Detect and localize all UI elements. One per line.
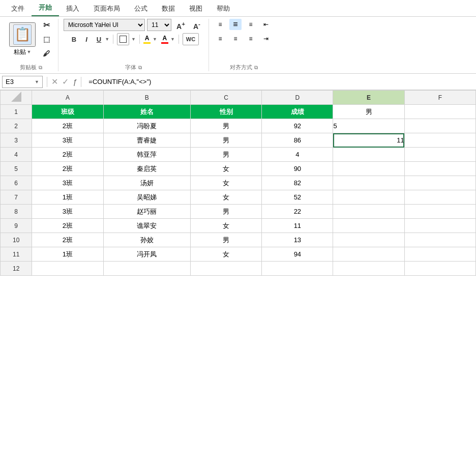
cell-E10[interactable] <box>333 233 404 247</box>
cell-C2[interactable]: 男 <box>190 119 261 133</box>
row-header-2[interactable]: 2 <box>1 119 32 133</box>
cell-D3[interactable]: 86 <box>262 133 333 148</box>
cell-B3[interactable]: 曹睿婕 <box>103 133 190 148</box>
font-expand-icon[interactable]: ⧉ <box>138 65 142 71</box>
cell-B12[interactable] <box>103 262 190 276</box>
font-color-dropdown-icon[interactable]: ▼ <box>170 37 175 42</box>
cell-F7[interactable] <box>404 190 475 205</box>
cell-A12[interactable] <box>32 262 103 276</box>
cell-B1[interactable]: 姓名 <box>103 105 190 119</box>
tab-data[interactable]: 数据 <box>155 1 182 16</box>
col-header-F[interactable]: F <box>404 91 475 105</box>
tab-file[interactable]: 文件 <box>4 1 32 16</box>
highlight-color-button[interactable]: A <box>143 35 151 44</box>
border-dropdown-icon[interactable]: ▼ <box>131 37 136 42</box>
cell-F3[interactable] <box>404 133 475 148</box>
cell-E11[interactable] <box>333 247 404 262</box>
cell-F11[interactable] <box>404 247 475 262</box>
cell-F4[interactable] <box>404 148 475 162</box>
cell-B8[interactable]: 赵巧丽 <box>103 205 190 219</box>
highlight-dropdown-icon[interactable]: ▼ <box>153 37 157 42</box>
cell-B6[interactable]: 汤妍 <box>103 176 190 190</box>
cell-B10[interactable]: 孙姣 <box>103 233 190 247</box>
cell-F5[interactable] <box>404 162 475 176</box>
cell-D5[interactable]: 90 <box>262 162 333 176</box>
select-all-icon[interactable] <box>11 92 21 102</box>
alignment-expand-icon[interactable]: ⧉ <box>254 65 258 71</box>
bold-button[interactable]: B <box>68 33 80 45</box>
underline-dropdown-icon[interactable]: ▼ <box>105 37 109 42</box>
cell-D4[interactable]: 4 <box>262 148 333 162</box>
cell-F1[interactable] <box>404 105 475 119</box>
cell-E2[interactable]: 5 <box>333 119 404 133</box>
col-header-E[interactable]: E <box>333 91 404 105</box>
cell-A5[interactable]: 2班 <box>32 162 103 176</box>
col-header-A[interactable]: A <box>32 91 103 105</box>
decrease-font-button[interactable]: A- <box>190 19 203 31</box>
cell-C1[interactable]: 性别 <box>190 105 261 119</box>
indent-decrease-button[interactable]: ⇤ <box>260 19 272 30</box>
cell-B7[interactable]: 吴昭娣 <box>103 190 190 205</box>
align-right-button[interactable]: ≡ <box>245 19 257 30</box>
cell-E3[interactable]: 11 <box>333 133 404 148</box>
row-header-9[interactable]: 9 <box>1 219 32 233</box>
cell-C3[interactable]: 男 <box>190 133 261 148</box>
cell-C12[interactable] <box>190 262 261 276</box>
cell-C9[interactable]: 女 <box>190 219 261 233</box>
cell-F8[interactable] <box>404 205 475 219</box>
increase-font-button[interactable]: A+ <box>173 19 188 31</box>
cell-C5[interactable]: 女 <box>190 162 261 176</box>
cell-A4[interactable]: 2班 <box>32 148 103 162</box>
cell-B2[interactable]: 冯盼夏 <box>103 119 190 133</box>
italic-button[interactable]: I <box>82 33 91 45</box>
cell-A9[interactable]: 2班 <box>32 219 103 233</box>
cell-F10[interactable] <box>404 233 475 247</box>
row-header-3[interactable]: 3 <box>1 133 32 148</box>
row-header-8[interactable]: 8 <box>1 205 32 219</box>
cell-D7[interactable]: 52 <box>262 190 333 205</box>
font-size-select[interactable]: 11 <box>147 19 171 31</box>
cell-A8[interactable]: 3班 <box>32 205 103 219</box>
clipboard-expand-icon[interactable]: ⧉ <box>39 65 42 71</box>
paste-dropdown-icon[interactable]: ▼ <box>27 49 32 54</box>
cell-E5[interactable] <box>333 162 404 176</box>
confirm-formula-icon[interactable]: ✓ <box>62 77 69 86</box>
align-bottom-center-button[interactable]: ≡ <box>229 33 242 44</box>
cell-B11[interactable]: 冯开凤 <box>103 247 190 262</box>
indent-increase-button[interactable]: ⇥ <box>260 33 272 44</box>
row-header-4[interactable]: 4 <box>1 148 32 162</box>
underline-button[interactable]: U <box>93 33 105 45</box>
align-bottom-left-button[interactable]: ≡ <box>214 33 226 44</box>
align-top-left-button[interactable]: ≡ <box>214 19 226 30</box>
cell-F6[interactable] <box>404 176 475 190</box>
cell-E6[interactable] <box>333 176 404 190</box>
cell-A2[interactable]: 2班 <box>32 119 103 133</box>
tab-page-layout[interactable]: 页面布局 <box>86 1 127 16</box>
tab-home[interactable]: 开始 <box>32 0 59 16</box>
cell-E8[interactable] <box>333 205 404 219</box>
font-color-button[interactable]: A <box>161 35 168 44</box>
cell-D2[interactable]: 92 <box>262 119 333 133</box>
cell-B4[interactable]: 韩亚萍 <box>103 148 190 162</box>
cell-D10[interactable]: 13 <box>262 233 333 247</box>
align-center-button[interactable]: ≡ <box>229 19 242 30</box>
cell-D11[interactable]: 94 <box>262 247 333 262</box>
insert-function-icon[interactable]: ƒ <box>73 77 77 86</box>
cell-D9[interactable]: 11 <box>262 219 333 233</box>
paste-button[interactable]: 📋 <box>9 22 36 47</box>
cell-A10[interactable]: 2班 <box>32 233 103 247</box>
row-header-6[interactable]: 6 <box>1 176 32 190</box>
cell-A6[interactable]: 3班 <box>32 176 103 190</box>
row-header-1[interactable]: 1 <box>1 105 32 119</box>
cell-E7[interactable] <box>333 190 404 205</box>
cell-F2[interactable] <box>404 119 475 133</box>
cell-C8[interactable]: 男 <box>190 205 261 219</box>
cell-B5[interactable]: 秦启英 <box>103 162 190 176</box>
cell-E1[interactable]: 男 <box>333 105 404 119</box>
col-header-D[interactable]: D <box>262 91 333 105</box>
cell-E4[interactable] <box>333 148 404 162</box>
cell-B9[interactable]: 谯翠安 <box>103 219 190 233</box>
wrap-text-button[interactable]: WC <box>183 33 199 45</box>
row-header-5[interactable]: 5 <box>1 162 32 176</box>
formula-input[interactable] <box>85 76 474 88</box>
